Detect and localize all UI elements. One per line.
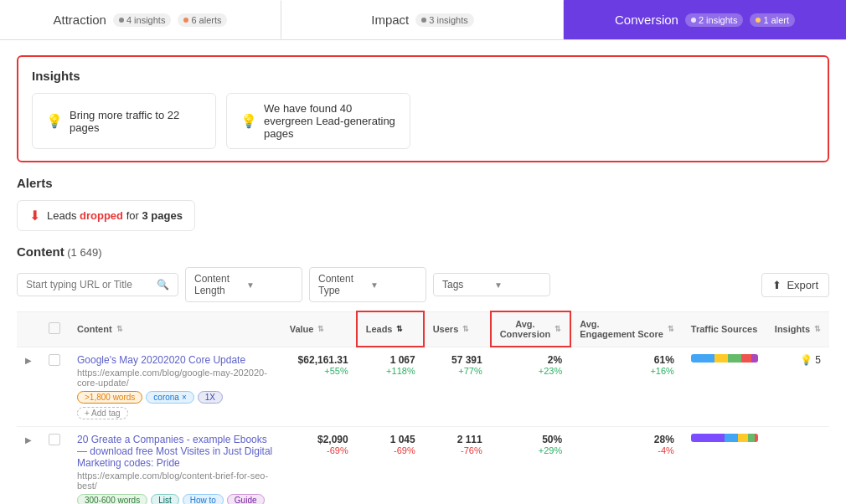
sort-icon-avg: ⇅	[555, 325, 561, 333]
users-change: -76%	[432, 445, 482, 455]
tag: 1X	[198, 391, 223, 404]
bar-segment	[755, 434, 758, 442]
row-expand[interactable]: ▶	[17, 347, 40, 426]
search-input[interactable]	[26, 279, 152, 291]
lightbulb-icon-1: 💡	[240, 113, 257, 129]
content-title: Content (1 649)	[17, 244, 101, 259]
th-engagement: Avg.Engagement Score ⇅	[570, 311, 683, 347]
row-avg-conversion: 2% +23%	[491, 347, 571, 426]
tag: corona ×	[146, 391, 193, 404]
value-change: -69%	[290, 445, 348, 455]
leads-main: 1 045	[365, 434, 415, 445]
sort-icon-leads: ⇅	[396, 325, 403, 333]
th-insights-sort[interactable]: Insights ⇅	[775, 324, 821, 334]
tag: 300-600 words	[77, 494, 147, 505]
tab-impact-insights-badge: 3 insights	[415, 13, 473, 27]
row-checkbox-cell	[40, 426, 69, 504]
tab-conversion[interactable]: Conversion 2 insights 1 alert	[564, 0, 846, 39]
tab-conversion-label: Conversion	[615, 13, 678, 27]
insight-cards: 💡 Bring more traffic to 22 pages 💡 We ha…	[32, 93, 814, 149]
bar-segment	[691, 354, 714, 363]
insights-section: Insights 💡 Bring more traffic to 22 page…	[17, 55, 829, 162]
tab-attraction[interactable]: Attraction 4 insights 6 alerts	[0, 0, 281, 39]
alert-card: ⬇ Leads dropped for 3 pages	[17, 200, 195, 231]
tag: Guide	[227, 494, 265, 505]
value-main: $2,090	[290, 434, 348, 445]
select-all-checkbox[interactable]	[49, 322, 60, 334]
leads-main: 1 067	[365, 354, 415, 366]
main-content: Insights 💡 Bring more traffic to 22 page…	[0, 40, 846, 504]
sort-icon-insights: ⇅	[814, 325, 821, 333]
sort-icon-content: ⇅	[116, 325, 123, 333]
export-button[interactable]: ⬆ Export	[761, 273, 829, 297]
bar-segment	[751, 354, 758, 363]
bar-segment	[725, 434, 738, 442]
tag: How to	[183, 494, 224, 505]
content-title-link[interactable]: Google's May 20202020 Core Update	[77, 354, 273, 366]
content-length-filter[interactable]: Content Length ▼	[185, 267, 302, 302]
row-avg-conversion: 50% +29%	[491, 426, 571, 504]
tab-impact[interactable]: Impact 3 insights	[281, 0, 564, 39]
content-count: (1 649)	[67, 246, 101, 259]
row-traffic	[683, 347, 766, 426]
content-title-link[interactable]: 20 Greate a Companies - example Ebooks —…	[77, 434, 273, 469]
sort-icon-eng: ⇅	[668, 325, 674, 333]
avg-conv-change: +29%	[499, 445, 563, 455]
row-checkbox[interactable]	[49, 434, 60, 445]
chevron-down-icon-2: ▼	[370, 280, 417, 290]
insight-text-0: Bring more traffic to 22 pages	[70, 109, 202, 134]
tag[interactable]: + Add tag	[77, 407, 128, 419]
th-value-sort[interactable]: Value ⇅	[290, 324, 348, 334]
th-engagement-sort[interactable]: Avg.Engagement Score ⇅	[580, 319, 674, 339]
avg-conv-main: 50%	[499, 434, 563, 445]
th-value: Value ⇅	[281, 311, 357, 347]
engagement-main: 28%	[579, 434, 674, 445]
expand-icon[interactable]: ▶	[25, 356, 32, 365]
tab-conversion-alerts-badge: 1 alert	[750, 13, 795, 27]
insight-bulb-icon: 💡	[800, 354, 812, 366]
content-type-filter[interactable]: Content Type ▼	[309, 267, 426, 302]
content-header: Content (1 649)	[17, 244, 829, 259]
chevron-down-icon-3: ▼	[494, 280, 541, 290]
content-url: https://example.com/blog/google-may-2020…	[77, 368, 273, 388]
th-users: Users ⇅	[424, 311, 491, 347]
bar-segment	[738, 434, 748, 442]
row-users: 57 391 +77%	[424, 347, 491, 426]
tags-filter[interactable]: Tags ▼	[433, 273, 550, 296]
users-main: 2 111	[432, 434, 482, 445]
row-engagement: 61% +16%	[570, 347, 683, 426]
content-table: Content ⇅ Value ⇅ Leads ⇅ Users ⇅ Avg.Co	[17, 311, 829, 504]
tab-attraction-alerts-badge: 6 alerts	[178, 13, 227, 27]
bar-segment	[741, 354, 751, 363]
tab-attraction-label: Attraction	[54, 13, 106, 27]
tab-impact-label: Impact	[371, 13, 409, 27]
th-insights: Insights ⇅	[766, 311, 829, 347]
row-content: 20 Greate a Companies - example Ebooks —…	[69, 426, 281, 504]
row-value: $2,090 -69%	[281, 426, 357, 504]
th-leads: Leads ⇅	[357, 311, 424, 347]
row-checkbox[interactable]	[49, 354, 60, 366]
insight-card-1: 💡 We have found 40 evergreen Lead-genera…	[226, 93, 410, 149]
th-leads-sort[interactable]: Leads ⇅	[366, 324, 415, 334]
alerts-section: Alerts ⬇ Leads dropped for 3 pages	[17, 176, 829, 231]
tab-conversion-insights-badge: 2 insights	[685, 13, 743, 27]
row-traffic	[683, 426, 766, 504]
lightbulb-icon-0: 💡	[46, 113, 63, 129]
tag-list: >1,800 wordscorona ×1X+ Add tag	[77, 391, 273, 419]
th-avg-conversion-sort[interactable]: Avg.Conversion ⇅	[500, 319, 562, 339]
row-expand[interactable]: ▶	[17, 426, 40, 504]
th-content-sort[interactable]: Content ⇅	[77, 324, 273, 334]
avg-conv-main: 2%	[499, 354, 563, 366]
expand-icon[interactable]: ▶	[25, 435, 32, 445]
search-field[interactable]: 🔍	[17, 273, 178, 296]
insights-title: Insights	[32, 69, 814, 83]
alert-down-icon: ⬇	[29, 208, 40, 224]
th-traffic: Traffic Sources	[683, 311, 766, 347]
bar-segment	[728, 354, 741, 363]
th-users-sort[interactable]: Users ⇅	[433, 324, 482, 334]
tag-close-icon[interactable]: ×	[182, 393, 187, 402]
engagement-main: 61%	[579, 354, 674, 366]
bar-segment	[691, 434, 725, 442]
tag: List	[151, 494, 179, 505]
row-insights	[766, 426, 829, 504]
